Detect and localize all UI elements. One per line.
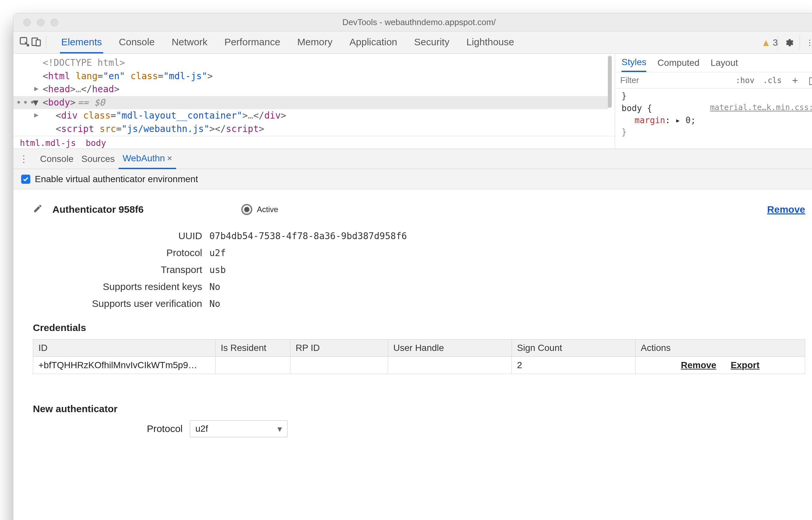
svg-rect-2 <box>36 40 40 46</box>
new-protocol-value: u2f <box>195 423 208 434</box>
active-radio-group: Active <box>241 204 278 215</box>
tab-lighthouse[interactable]: Lighthouse <box>465 32 515 53</box>
styles-tab-layout[interactable]: Layout <box>710 58 738 71</box>
script-line[interactable]: <script src="js/webauthn.js"></script> <box>43 123 608 136</box>
crumb-body[interactable]: body <box>86 138 106 148</box>
crumb-html[interactable]: html.mdl-js <box>20 138 76 148</box>
elements-split: <!DOCTYPE html> <html lang="en" class="m… <box>13 54 812 149</box>
doctype-line: <!DOCTYPE html> <box>43 56 608 70</box>
brace-bottom: } <box>621 126 812 138</box>
breadcrumb[interactable]: html.mdl-js body <box>13 136 615 149</box>
warning-number: 3 <box>773 37 778 48</box>
tab-memory[interactable]: Memory <box>296 32 334 53</box>
webauthn-body: Authenticator 958f6 Active Remove UUID07… <box>13 189 812 520</box>
new-authenticator-row: Protocol u2f ▾ <box>33 420 805 437</box>
col-rpid[interactable]: RP ID <box>290 339 388 357</box>
tab-performance[interactable]: Performance <box>223 32 282 53</box>
suv-value: No <box>209 298 220 309</box>
suv-label: Supports user verification <box>52 298 202 309</box>
srk-value: No <box>209 282 220 292</box>
warning-icon: ▲ <box>761 37 771 48</box>
elements-scrollbar[interactable] <box>605 54 615 135</box>
styles-tabs: Styles Computed Layout » <box>615 54 812 72</box>
window-title: DevTools - webauthndemo.appspot.com/ <box>13 17 812 27</box>
titlebar: DevTools - webauthndemo.appspot.com/ <box>13 14 812 32</box>
col-resident[interactable]: Is Resident <box>216 339 290 357</box>
head-line[interactable]: ▶<head>…</head> <box>43 83 608 96</box>
active-label: Active <box>257 205 278 214</box>
styles-sidebar: Styles Computed Layout » :hov .cls ＋ ◫ }… <box>615 54 812 149</box>
tab-elements[interactable]: Elements <box>60 32 103 53</box>
tab-application[interactable]: Application <box>348 32 398 53</box>
srk-label: Supports resident keys <box>52 281 202 292</box>
devtools-window: DevTools - webauthndemo.appspot.com/ Ele… <box>13 13 812 520</box>
cell-id: +bfTQHHRzKOfhilMnvIvCIkWTm5p9… <box>33 357 216 374</box>
tab-console[interactable]: Console <box>117 32 156 53</box>
toggle-pane-icon[interactable]: ◫ <box>807 75 812 86</box>
credential-remove-link[interactable]: Remove <box>681 360 716 370</box>
enable-bar: Enable virtual authenticator environment <box>13 169 812 189</box>
inspect-icon[interactable] <box>19 36 30 49</box>
table-header-row: ID Is Resident RP ID User Handle Sign Co… <box>33 339 805 357</box>
transport-value: usb <box>209 265 226 275</box>
body-selected-line[interactable]: •••▼<body>== $0 <box>13 96 608 109</box>
remove-authenticator-link[interactable]: Remove <box>767 204 805 215</box>
styles-tab-computed[interactable]: Computed <box>657 58 699 71</box>
html-open-line: <html lang="en" class="mdl-js"> <box>43 70 608 83</box>
hov-button[interactable]: :hov <box>733 75 756 86</box>
credentials-table: ID Is Resident RP ID User Handle Sign Co… <box>33 339 805 374</box>
col-actions[interactable]: Actions <box>636 339 805 357</box>
tab-security[interactable]: Security <box>413 32 451 53</box>
col-id[interactable]: ID <box>33 339 216 357</box>
divider <box>46 36 46 49</box>
drawer-tab-webauthn[interactable]: WebAuthn× <box>118 149 176 169</box>
transport-label: Transport <box>52 264 202 275</box>
credentials-header: Credentials <box>33 322 805 333</box>
col-userhandle[interactable]: User Handle <box>388 339 512 357</box>
enable-label: Enable virtual authenticator environment <box>35 174 198 184</box>
brace-close-top: } <box>621 90 812 102</box>
cell-userhandle <box>388 357 512 374</box>
drawer-tab-sources[interactable]: Sources <box>78 150 119 168</box>
styles-tab-styles[interactable]: Styles <box>621 57 646 72</box>
styles-filter-row: :hov .cls ＋ ◫ <box>615 72 812 88</box>
close-icon[interactable]: × <box>167 153 172 163</box>
protocol-label: Protocol <box>52 247 202 258</box>
cell-signcount: 2 <box>512 357 636 374</box>
warning-count[interactable]: ▲ 3 <box>761 37 778 48</box>
drawer-more-icon[interactable]: ⋮ <box>19 153 28 164</box>
div-line[interactable]: ▶<div class="mdl-layout__container">…</d… <box>43 109 608 123</box>
cls-button[interactable]: .cls <box>761 75 784 86</box>
panel-tabbar: Elements Console Network Performance Mem… <box>13 32 812 54</box>
tab-network[interactable]: Network <box>170 32 209 53</box>
new-authenticator-header: New authenticator <box>33 404 805 414</box>
protocol-value: u2f <box>209 248 226 258</box>
webauthn-panel: Enable virtual authenticator environment… <box>13 169 812 520</box>
cell-resident <box>216 357 290 374</box>
enable-checkbox[interactable] <box>21 175 30 184</box>
credential-export-link[interactable]: Export <box>731 360 760 370</box>
new-protocol-select[interactable]: u2f ▾ <box>190 420 287 437</box>
active-radio[interactable] <box>241 204 252 215</box>
new-protocol-label: Protocol <box>33 423 183 434</box>
elements-tree[interactable]: <!DOCTYPE html> <html lang="en" class="m… <box>13 54 615 149</box>
authenticator-properties: UUID07b4db54-7538-4f78-8a36-9bd387d958f6… <box>52 230 805 309</box>
add-rule-icon[interactable]: ＋ <box>788 74 802 87</box>
drawer-tab-console[interactable]: Console <box>36 150 78 168</box>
cell-actions: Remove Export <box>636 357 805 374</box>
settings-icon[interactable] <box>778 35 800 50</box>
css-prop-line[interactable]: margin: ▸ 0; <box>621 114 812 126</box>
col-signcount[interactable]: Sign Count <box>512 339 636 357</box>
more-icon[interactable]: ⋮ <box>800 35 812 50</box>
styles-body[interactable]: } material.te…k.min.css:8 body { margin:… <box>615 88 812 139</box>
table-row[interactable]: +bfTQHHRzKOfhilMnvIvCIkWTm5p9… 2 Remove … <box>33 357 805 374</box>
chevron-down-icon: ▾ <box>277 423 282 434</box>
css-source-link[interactable]: material.te…k.min.css:8 <box>710 102 812 113</box>
device-toggle-icon[interactable] <box>30 36 42 49</box>
uuid-value: 07b4db54-7538-4f78-8a36-9bd387d958f6 <box>209 231 407 241</box>
pencil-icon[interactable] <box>33 204 43 215</box>
panel-tabs: Elements Console Network Performance Mem… <box>60 32 515 53</box>
uuid-label: UUID <box>52 230 202 241</box>
authenticator-header: Authenticator 958f6 Active Remove <box>33 204 805 215</box>
styles-filter-input[interactable] <box>620 75 729 85</box>
